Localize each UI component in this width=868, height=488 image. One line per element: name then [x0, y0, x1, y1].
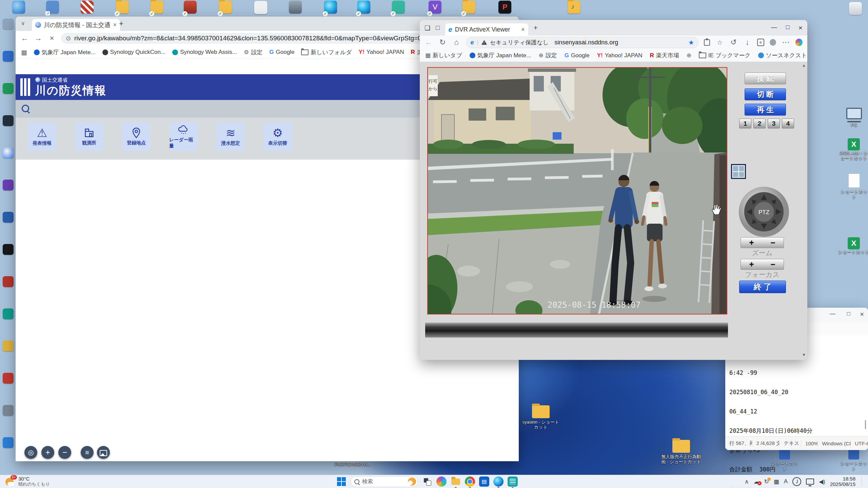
- desktop-icon[interactable]: V✓: [427, 1, 443, 16]
- desktop-icon-doc-shortcut[interactable]: ショートカット: [840, 174, 868, 199]
- desktop-icon[interactable]: [1, 147, 15, 162]
- stop-reload-button[interactable]: ×: [47, 34, 56, 43]
- apps-grid-icon[interactable]: ▦: [21, 48, 27, 56]
- bookmark-star-icon[interactable]: ★: [688, 39, 694, 46]
- desktop-icon[interactable]: ✓: [323, 1, 338, 16]
- desktop-icon[interactable]: [11, 1, 26, 16]
- desktop-icon[interactable]: ✓: [115, 1, 130, 16]
- desktop-folder-video[interactable]: 無人販売不正行為動画 - ショートカット: [661, 440, 701, 464]
- desktop-icon[interactable]: ✓: [391, 1, 406, 16]
- history-icon[interactable]: ↺: [729, 38, 738, 47]
- focus-control[interactable]: + −: [741, 259, 784, 270]
- browser-active-tab[interactable]: 川の防災情報 - 国土交通省 ×: [32, 19, 120, 31]
- profile-avatar[interactable]: [770, 39, 776, 46]
- taskbar-search[interactable]: 検索: [351, 476, 418, 487]
- workspaces-icon[interactable]: ❏: [425, 24, 430, 32]
- desktop-icon[interactable]: [848, 2, 863, 17]
- file-explorer-button[interactable]: [451, 476, 461, 487]
- address-bar[interactable]: e | セキュリティ保護なし sinsenyasai.nsddns.org ★: [466, 37, 698, 48]
- desktop-icon[interactable]: ↗: [45, 1, 60, 16]
- back-button[interactable]: ←: [20, 34, 29, 43]
- desktop-icon[interactable]: ✓: [356, 1, 372, 16]
- nav-button-display[interactable]: ⚙表示切替: [263, 122, 292, 151]
- new-tab-button[interactable]: +: [534, 24, 538, 32]
- desktop-icon-excel-shortcut2[interactable]: X ショートカット: [837, 237, 868, 255]
- bookmark-item[interactable]: 気象庁 Japan Mete...: [34, 48, 96, 56]
- bookmark-item[interactable]: Synology QuickCon...: [102, 49, 165, 56]
- bookmark-item[interactable]: ⚙設定: [244, 48, 262, 56]
- min-icon[interactable]: —: [830, 310, 835, 317]
- channel-4-button[interactable]: 4: [782, 119, 794, 128]
- onedrive-error-icon[interactable]: ☁×: [754, 478, 760, 485]
- desktop-icon[interactable]: [1, 405, 15, 420]
- copilot-icon[interactable]: [795, 39, 803, 46]
- desktop-icon[interactable]: [1, 51, 15, 66]
- tab-search-chevron-icon[interactable]: ∨: [21, 20, 25, 26]
- quad-view-button[interactable]: [731, 164, 746, 179]
- favorite-item[interactable]: R楽天市場: [650, 52, 679, 59]
- desktop-icon[interactable]: [1, 308, 15, 323]
- task-view-button[interactable]: [422, 476, 432, 487]
- desktop-icon[interactable]: [1, 276, 15, 291]
- favorite-item[interactable]: ⊕設定: [538, 52, 557, 59]
- status-zoom[interactable]: 100%: [801, 441, 818, 446]
- close-icon[interactable]: ×: [860, 310, 864, 318]
- microsoft-store-button[interactable]: ▤: [479, 476, 489, 487]
- desktop-icon[interactable]: [1, 115, 15, 130]
- disconnect-button[interactable]: 切 断: [745, 88, 786, 100]
- taskbar-weather-widget[interactable]: 9+ 30°C 晴れのちくもり: [0, 476, 148, 487]
- scroll-down-icon[interactable]: ▼: [802, 352, 806, 357]
- site-info-icon[interactable]: ⊙: [66, 35, 71, 42]
- desktop-icon[interactable]: [1, 212, 15, 227]
- volume-icon[interactable]: ◀): [819, 478, 825, 485]
- sync-icon[interactable]: ↻: [764, 478, 769, 485]
- desktop-icon[interactable]: [1, 437, 15, 452]
- reload-button[interactable]: ↻: [438, 38, 447, 47]
- tray-clock[interactable]: 18:58 2025/08/15: [830, 476, 855, 487]
- new-tab-button[interactable]: +: [119, 19, 123, 28]
- browser-essentials-icon[interactable]: e: [757, 39, 764, 46]
- scroll-up-icon[interactable]: ▲: [802, 63, 806, 68]
- zoom-out-button[interactable]: −: [58, 446, 71, 459]
- scrollbar-thumb[interactable]: [865, 420, 866, 429]
- back-button[interactable]: ←: [425, 38, 433, 47]
- minimize-button[interactable]: —: [771, 24, 777, 32]
- desktop-icon[interactable]: ♪: [566, 1, 582, 16]
- bookmark-item[interactable]: Synology Web Assis...: [172, 49, 237, 56]
- ime-mode-icon[interactable]: A: [784, 478, 788, 485]
- tray-j-icon[interactable]: J: [792, 477, 801, 486]
- favorite-item[interactable]: Y!Yahoo! JAPAN: [597, 52, 643, 59]
- favorite-item[interactable]: GGoogle: [565, 52, 590, 59]
- desktop-icon[interactable]: [253, 1, 268, 16]
- desktop-icon[interactable]: [1, 180, 15, 195]
- basemap-button[interactable]: [97, 446, 110, 459]
- show-desktop-button[interactable]: [862, 476, 863, 487]
- desktop-icon[interactable]: [1, 244, 15, 259]
- tab-actions-icon[interactable]: □: [436, 24, 439, 32]
- gps-locate-button[interactable]: ◎: [24, 446, 37, 459]
- globe-icon[interactable]: ⊕: [687, 52, 691, 59]
- copilot-button[interactable]: [436, 476, 447, 487]
- zoom-in-button[interactable]: +: [41, 446, 54, 459]
- tray-expand-icon[interactable]: ∧: [745, 478, 749, 485]
- bookmark-item[interactable]: GGoogle: [269, 49, 294, 56]
- settings-dots-icon[interactable]: ⋯: [782, 38, 790, 47]
- channel-2-button[interactable]: 2: [753, 119, 766, 128]
- desktop-folder-syasinn[interactable]: syasinn - ショートカット: [522, 405, 559, 430]
- focus-in-icon[interactable]: +: [749, 260, 754, 269]
- home-button[interactable]: ⌂: [452, 38, 461, 47]
- desktop-icon[interactable]: [1, 341, 15, 355]
- nav-button-flood[interactable]: ≋浸水想定: [216, 122, 245, 151]
- nav-button-warnings[interactable]: ⚠発表情報: [28, 122, 56, 151]
- bookmark-item[interactable]: Y!Yahoo! JAPAN: [359, 49, 404, 56]
- forward-button[interactable]: →: [34, 34, 43, 43]
- tab-close-icon[interactable]: ×: [521, 26, 525, 33]
- desktop-icon-pc[interactable]: PC: [842, 108, 866, 127]
- tab-close-icon[interactable]: ×: [113, 21, 117, 28]
- bookmark-item[interactable]: 新しいフォルダ: [301, 48, 352, 56]
- desktop-icon[interactable]: ✓: [218, 1, 233, 16]
- maximize-button[interactable]: □: [786, 24, 790, 32]
- chrome-button[interactable]: [465, 476, 475, 487]
- channel-3-button[interactable]: 3: [768, 119, 780, 128]
- address-bar[interactable]: ⊙ river.go.jp/kawabou/mb?zm=8&clat=34.99…: [61, 33, 464, 44]
